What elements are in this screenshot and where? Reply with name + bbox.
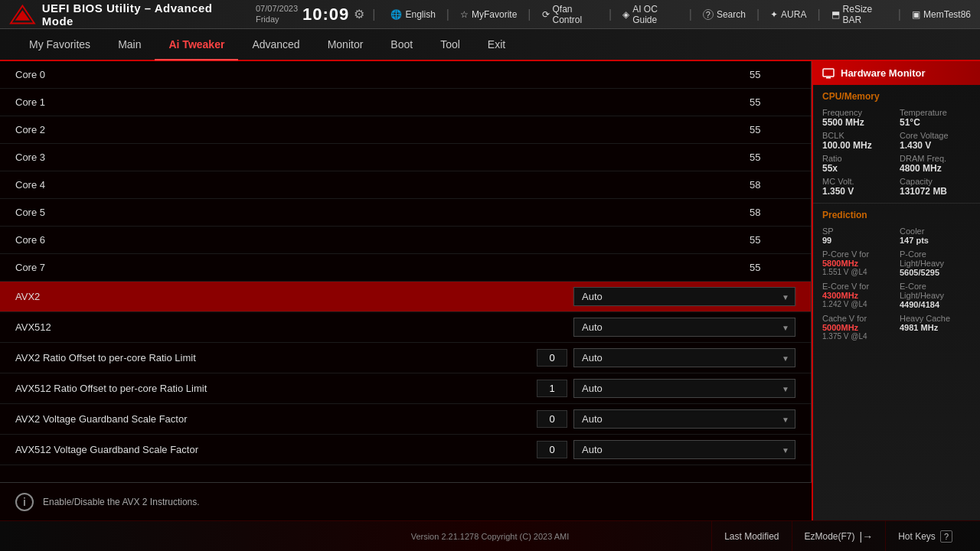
tool-memtest[interactable]: ▣ MemTest86	[912, 9, 971, 20]
pcore-v-label: P-Core V for	[822, 249, 893, 259]
core-voltage-block: Core Voltage 1.430 V	[900, 131, 971, 151]
avx2-ratio-label: AVX2 Ratio Offset to per-core Ratio Limi…	[15, 352, 537, 364]
nav-monitor[interactable]: Monitor	[314, 28, 377, 60]
tool-english[interactable]: 🌐 English	[390, 9, 435, 20]
main-layout: Core 0 55 Core 1 55 Core 2 55 Core 3 55 …	[0, 61, 980, 520]
core-row-3: Core 3 55	[0, 144, 811, 171]
nav-tool[interactable]: Tool	[426, 28, 474, 60]
avx2-voltage-dropdown-wrapper[interactable]: Auto	[573, 409, 795, 429]
hw-monitor-title: Hardware Monitor	[841, 67, 926, 79]
ecore-lh-block: E-CoreLight/Heavy 4490/4184	[900, 282, 971, 309]
core-row-4: Core 4 58	[0, 171, 811, 199]
core-voltage-label: Core Voltage	[900, 131, 971, 140]
core-2-label: Core 2	[15, 124, 750, 135]
tool-qfan[interactable]: ⟳ Qfan Control	[542, 4, 599, 25]
avx512-ratio-row[interactable]: AVX512 Ratio Offset to per-core Ratio Li…	[0, 373, 811, 404]
pcore-v-block: P-Core V for 5800MHz 1.551 V @L4	[822, 249, 893, 277]
avx512-voltage-label: AVX512 Voltage Guardband Scale Factor	[15, 444, 537, 455]
avx512-voltage-dropdown[interactable]: Auto	[573, 440, 795, 459]
avx512-voltage-value-area: Auto	[537, 440, 795, 459]
cpu-memory-title: CPU/Memory	[822, 91, 971, 102]
tool-myfavorite[interactable]: ☆ MyFavorite	[460, 9, 517, 20]
avx2-voltage-value-area: Auto	[537, 409, 795, 429]
hotkeys-label: Hot Keys	[898, 531, 936, 542]
content-area: Core 0 55 Core 1 55 Core 2 55 Core 3 55 …	[0, 61, 812, 482]
last-modified-button[interactable]: Last Modified	[711, 521, 791, 552]
tool-aioc[interactable]: ◈ AI OC Guide	[622, 4, 678, 25]
dram-freq-block: DRAM Freq. 4800 MHz	[900, 154, 971, 174]
core-2-value: 55	[750, 124, 795, 135]
capacity-value: 131072 MB	[900, 186, 971, 197]
datetime-area: 07/07/2023 Friday 10:09 ⚙	[256, 4, 364, 24]
avx2-ratio-number[interactable]	[537, 349, 567, 367]
mc-volt-label: MC Volt.	[822, 177, 893, 186]
avx2-voltage-label: AVX2 Voltage Guardband Scale Factor	[15, 413, 537, 425]
avx2-ratio-row[interactable]: AVX2 Ratio Offset to per-core Ratio Limi…	[0, 343, 811, 373]
nav-myfavorites[interactable]: My Favorites	[15, 28, 104, 60]
ratio-value: 55x	[822, 163, 893, 174]
nav-exit[interactable]: Exit	[474, 28, 519, 60]
avx512-voltage-row[interactable]: AVX512 Voltage Guardband Scale Factor Au…	[0, 435, 811, 465]
capacity-block: Capacity 131072 MB	[900, 177, 971, 197]
pcore-lh-block: P-CoreLight/Heavy 5605/5295	[900, 249, 971, 277]
core-1-value: 55	[750, 96, 795, 108]
tool-search[interactable]: ? Search	[703, 9, 746, 20]
avx2-voltage-row[interactable]: AVX2 Voltage Guardband Scale Factor Auto	[0, 404, 811, 435]
info-icon: i	[15, 493, 34, 511]
avx512-dropdown-wrapper[interactable]: Auto Enable Disable	[573, 318, 795, 337]
ecore-v-freq: 4300MHz	[822, 291, 893, 300]
avx2-ratio-dropdown[interactable]: Auto	[573, 348, 795, 367]
avx2-row[interactable]: AVX2 Auto Enable Disable	[0, 282, 811, 312]
svg-marker-1	[15, 10, 30, 21]
frequency-value: 5500 MHz	[822, 117, 893, 128]
prediction-section: Prediction SP 99 Cooler 147 pts P-Core V…	[813, 204, 980, 347]
avx2-dropdown[interactable]: Auto Enable Disable	[573, 287, 795, 306]
rog-logo-icon	[9, 4, 36, 25]
heavy-cache-block: Heavy Cache 4981 MHz	[900, 314, 971, 341]
avx2-label: AVX2	[15, 291, 573, 302]
avx2-voltage-dropdown[interactable]: Auto	[573, 409, 795, 429]
temperature-value: 51°C	[900, 117, 971, 128]
avx2-ratio-dropdown-wrapper[interactable]: Auto	[573, 348, 795, 367]
avx2-dropdown-wrapper[interactable]: Auto Enable Disable	[573, 287, 795, 306]
ezmode-label: EzMode(F7)	[805, 531, 855, 542]
cache-v-label: Cache V for	[822, 314, 893, 323]
prediction-title: Prediction	[822, 210, 971, 220]
core-6-value: 55	[750, 234, 795, 246]
avx512-row[interactable]: AVX512 Auto Enable Disable	[0, 312, 811, 343]
avx512-voltage-dropdown-wrapper[interactable]: Auto	[573, 440, 795, 459]
hotkeys-button[interactable]: Hot Keys ?	[885, 521, 965, 552]
question-icon: ?	[703, 9, 714, 20]
core-1-label: Core 1	[15, 96, 750, 108]
mc-volt-block: MC Volt. 1.350 V	[822, 177, 893, 197]
version-text: Version 2.21.1278 Copyright (C) 2023 AMI	[411, 532, 570, 541]
cache-v-block: Cache V for 5000MHz 1.375 V @L4	[822, 314, 893, 341]
heavy-cache-value: 4981 MHz	[900, 323, 971, 332]
heavy-cache-label: Heavy Cache	[900, 314, 971, 323]
core-6-label: Core 6	[15, 234, 750, 246]
tool-aura[interactable]: ✦ AURA	[770, 9, 806, 20]
cache-v-freq: 5000MHz	[822, 323, 893, 332]
last-modified-label: Last Modified	[724, 531, 779, 542]
avx512-voltage-number[interactable]	[537, 441, 567, 458]
core-4-label: Core 4	[15, 179, 750, 191]
nav-boot[interactable]: Boot	[377, 28, 426, 60]
avx512-ratio-number[interactable]	[537, 380, 567, 397]
sp-label: SP	[822, 227, 893, 236]
avx512-value-area: Auto Enable Disable	[573, 318, 795, 337]
avx2-voltage-number[interactable]	[537, 410, 567, 428]
avx512-ratio-dropdown[interactable]: Auto	[573, 379, 795, 398]
nav-advanced[interactable]: Advanced	[238, 28, 313, 60]
nav-main[interactable]: Main	[104, 28, 155, 60]
core-0-label: Core 0	[15, 69, 750, 80]
nav-aitweaker[interactable]: Ai Tweaker	[155, 28, 238, 60]
avx512-ratio-dropdown-wrapper[interactable]: Auto	[573, 379, 795, 398]
avx512-dropdown[interactable]: Auto Enable Disable	[573, 318, 795, 337]
tool-resizebar[interactable]: ⬒ ReSize BAR	[831, 4, 887, 25]
core-7-value: 55	[750, 262, 795, 273]
gear-icon[interactable]: ⚙	[354, 7, 364, 21]
ezmode-button[interactable]: EzMode(F7) |→	[792, 521, 886, 552]
core-3-value: 55	[750, 152, 795, 163]
temperature-label: Temperature	[900, 108, 971, 117]
avx2-ratio-value-area: Auto	[537, 348, 795, 367]
